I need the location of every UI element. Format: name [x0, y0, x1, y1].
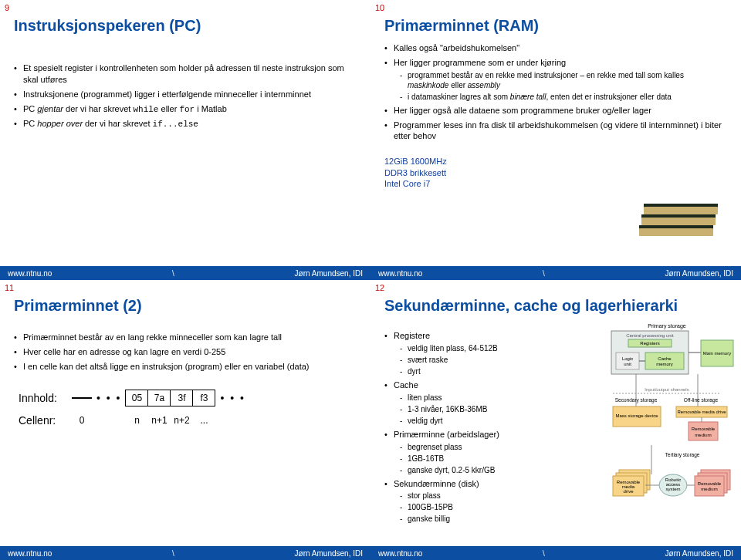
footer-site: www.ntnu.no [8, 549, 52, 558]
footer-site: www.ntnu.no [378, 269, 422, 278]
dia-label: drive [623, 489, 634, 494]
row-label: Innhold: [19, 392, 73, 404]
slide-footer: www.ntnu.no \ Jørn Amundsen, IDI [0, 266, 370, 280]
footer-author: Jørn Amundsen, IDI [295, 269, 363, 278]
row-label: Cellenr: [19, 414, 73, 427]
slide-title: Sekundærminne, cache og lagerhierarki [384, 297, 727, 315]
footer-site: www.ntnu.no [8, 269, 52, 278]
ram-caption: 12GiB 1600MHzDDR3 brikkesettIntel Core i… [384, 156, 727, 189]
footer-slash: \ [172, 549, 174, 558]
sub-bullet: 1GB-16TB [400, 454, 582, 464]
dia-label: Primary storage [648, 323, 686, 329]
addr: n+2 [170, 415, 193, 426]
dia-label: memory [656, 362, 673, 366]
sub-bullet: programmet består av en rekke med instru… [400, 70, 727, 90]
page-number: 10 [375, 3, 384, 12]
slide-footer: www.ntnu.no \ Jørn Amundsen, IDI [0, 546, 370, 560]
footer-author: Jørn Amundsen, IDI [665, 269, 733, 278]
bullet: Kalles også "arbeidshukomelsen" [384, 42, 727, 54]
bullet: Hver celle har en adresse og kan lagre e… [14, 346, 357, 358]
slide-title: Instruksjonspekeren (PC) [14, 17, 357, 35]
mem-cell: 7a [147, 390, 171, 407]
slide-title: Primærminnet (RAM) [384, 17, 727, 35]
sub-bullet: ganske billig [400, 514, 582, 524]
footer-slash: \ [543, 549, 545, 558]
footer-slash: \ [172, 269, 174, 278]
bullet: Programmer leses inn fra disk til arbeid… [384, 120, 727, 143]
svg-rect-8 [616, 353, 639, 369]
bullet: Et spesielt register i kontrollenheten s… [14, 62, 357, 86]
slide-12: 12 Sekundærminne, cache og lagerhierarki… [370, 280, 741, 560]
ram-image [639, 201, 724, 239]
addr: n [125, 415, 148, 426]
bullet: I en celle kan det altså ligge en instru… [14, 361, 357, 373]
sub-bullet: 100GB-15PB [400, 502, 582, 512]
svg-rect-28 [695, 476, 724, 496]
memory-content-row: Innhold: • • • 05 7a 3f f3 • • • [19, 390, 357, 407]
slide-footer: www.ntnu.no \ Jørn Amundsen, IDI [370, 266, 741, 280]
memory-address-row: Cellenr: 0 • • • n n+1 n+2 ... [19, 414, 357, 427]
sub-bullet: veldig liten plass, 64-512B [400, 343, 582, 353]
dia-label: Mass storage device [615, 413, 658, 418]
dia-label: Central processing unit [626, 333, 674, 338]
sub-bullet: liten plass [400, 393, 582, 403]
sub-bullet: i datamaskiner lagres alt som binære tal… [400, 92, 727, 102]
dia-label: system [665, 487, 680, 491]
page-number: 9 [5, 3, 9, 12]
dia-label: Registers [640, 341, 659, 346]
bullet: Sekundærminne (disk) stor plass 100GB-15… [384, 478, 582, 525]
bullet: Her ligger programmene som er under kjør… [384, 57, 727, 102]
addr: 0 [72, 415, 92, 426]
slide-title: Primærminnet (2) [14, 297, 357, 315]
bullet: PC gjentar der vi har skrevet while elle… [14, 103, 357, 116]
sub-bullet: begrenset plass [400, 442, 582, 452]
footer-author: Jørn Amundsen, IDI [295, 549, 363, 558]
dia-label: Removable [692, 427, 716, 431]
ellipsis: • • • [92, 392, 126, 404]
dia-label: Tertiary storage [665, 452, 700, 458]
dia-label: Logic [622, 356, 633, 361]
dia-label: medium [701, 487, 717, 491]
bullet: Registere veldig liten plass, 64-512B sv… [384, 330, 582, 376]
footer-site: www.ntnu.no [378, 549, 422, 558]
svg-rect-18 [689, 422, 718, 440]
bullet: Instruksjonene (programmet) ligger i ett… [14, 89, 357, 100]
addr: n+1 [147, 415, 171, 426]
mem-cell: 3f [170, 390, 193, 407]
dia-label: Cache [658, 356, 672, 361]
svg-rect-1 [644, 207, 718, 214]
dia-label: unit [624, 362, 631, 366]
svg-rect-3 [641, 218, 716, 225]
slide-11: 11 Primærminnet (2) Primærminnet består … [0, 280, 370, 560]
storage-hierarchy-diagram: Primary storage Central processing unit … [597, 322, 736, 538]
svg-rect-5 [639, 228, 713, 236]
slide-9: 9 Instruksjonspekeren (PC) Et spesielt r… [0, 0, 370, 280]
sub-bullet: ganske dyrt, 0.2-5 kkr/GB [400, 465, 582, 475]
mem-cell: f3 [192, 390, 215, 407]
footer-author: Jørn Amundsen, IDI [665, 549, 733, 558]
page-number: 11 [5, 283, 14, 292]
page-number: 12 [375, 283, 384, 292]
sub-bullet: dyrt [400, 366, 582, 376]
mem-cell: 05 [125, 390, 148, 407]
dia-label: Secondary storage [615, 397, 658, 403]
dia-label: Off-line storage [684, 397, 719, 403]
addr: ... [192, 415, 215, 426]
footer-slash: \ [543, 269, 545, 278]
bullet: PC hopper over der vi har skrevet if...e… [14, 118, 357, 130]
dia-label: Removable media drive [677, 410, 726, 414]
bullet: Cache liten plass 1-3 nivåer, 16KB-36MB … [384, 380, 582, 426]
bullet: Primærminnet består av en lang rekke min… [14, 332, 357, 343]
sub-bullet: veldig dyrt [400, 416, 582, 426]
svg-rect-9 [645, 353, 684, 369]
slide-footer: www.ntnu.no \ Jørn Amundsen, IDI [370, 546, 741, 560]
dia-label: Removable [698, 481, 722, 486]
sub-bullet: 1-3 nivåer, 16KB-36MB [400, 404, 582, 414]
sub-bullet: stor plass [400, 491, 582, 501]
ellipsis: • • • [215, 392, 249, 404]
bullet: Primærminne (arbeidslager) begrenset pla… [384, 429, 582, 475]
dia-label: Main memory [703, 351, 731, 356]
sub-bullet: svært raske [400, 355, 582, 365]
dia-label: Input/output channels [645, 387, 689, 392]
slide-10: 10 Primærminnet (RAM) Kalles også "arbei… [370, 0, 741, 280]
